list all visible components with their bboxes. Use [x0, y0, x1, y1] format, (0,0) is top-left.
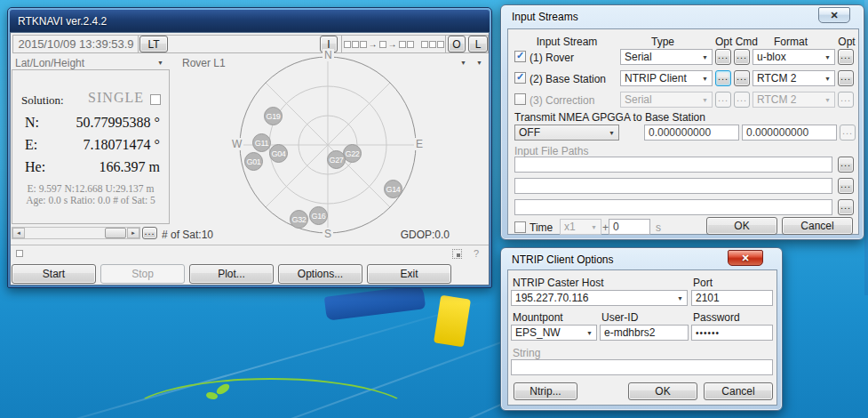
start-button[interactable]: Start [12, 264, 96, 284]
input-streams-title: Input Streams [512, 11, 578, 23]
coord-label-he: He: [25, 159, 45, 175]
ntrip-ok-button[interactable]: OK [628, 382, 697, 400]
solution-options-button[interactable]: ... [142, 227, 157, 239]
rtknavi-statusbar: ? [11, 245, 489, 261]
options-button[interactable]: Options... [278, 264, 362, 284]
transmit-nmea-label: Transmit NMEA GPGGA to Base Station [514, 111, 705, 124]
password-field[interactable]: •••••• [691, 325, 773, 341]
base-format-opt-button[interactable]: ... [838, 70, 854, 86]
rover-format-value: u-blox [757, 51, 786, 63]
solution-status-indicator [150, 94, 161, 105]
check-icon: ✓ [516, 72, 524, 82]
base-cmd-button[interactable]: ... [734, 70, 750, 86]
rover-checkbox[interactable]: ✓ [514, 51, 526, 62]
scroll-left-icon[interactable]: ◄ [12, 228, 25, 238]
dropdown-icon: ▼ [824, 54, 831, 60]
skyplot-dropdown-icon[interactable]: ▼ [460, 60, 466, 66]
time-checkbox-label: Time [530, 221, 553, 234]
file-path-field-3[interactable] [514, 199, 832, 215]
skyplot-label[interactable]: Rover L1 [182, 57, 226, 69]
ntrip-browse-button[interactable]: Ntrip... [514, 382, 577, 400]
transmit-lat-field[interactable]: 0.000000000 [644, 125, 739, 141]
rover-format-select[interactable]: u-blox▼ [753, 49, 835, 65]
rover-opt-button[interactable]: ... [715, 49, 731, 65]
satellite-G22: G22 [343, 144, 362, 163]
dropdown-icon: ▼ [702, 76, 708, 82]
rtknavi-title: RTKNAVI ver.2.4.2 [18, 15, 107, 28]
wallpaper-sprout [124, 378, 418, 418]
plot-button[interactable]: Plot... [189, 264, 274, 284]
dropdown-icon: ▼ [824, 97, 831, 103]
output-stream-button[interactable]: O [448, 36, 466, 52]
coord-value-e: 7.18071474 ° [84, 137, 160, 153]
base-type-select[interactable]: NTRIP Client▼ [620, 70, 713, 86]
correction-label: (3) Correction [530, 94, 594, 107]
header-input-stream: Input Stream [537, 36, 598, 48]
rtknavi-titlebar[interactable]: RTKNAVI ver.2.4.2 [10, 10, 490, 32]
input-streams-close-icon[interactable]: ✕ [818, 7, 850, 23]
scroll-right-icon[interactable]: ► [127, 228, 139, 238]
stream-state-box [437, 41, 444, 48]
display-mode-dropdown-icon[interactable]: ▼ [157, 60, 163, 66]
mountpoint-label: Mountpont [513, 311, 563, 324]
base-format-select[interactable]: RTCM 2▼ [753, 70, 835, 86]
skyplot-dropdown2-icon[interactable]: ▼ [476, 60, 482, 66]
dropdown-icon: ▼ [824, 76, 831, 82]
time-system-button[interactable]: LT [139, 36, 168, 52]
display-mode-selector[interactable]: Lat/Lon/Height [15, 57, 84, 69]
solution-label: Solution: [21, 93, 64, 108]
base-opt-button[interactable]: ... [715, 70, 731, 86]
ntrip-cancel-button[interactable]: Cancel [704, 382, 773, 400]
ntrip-options-dialog: NTRIP Client Options ✕ NTRIP Caster Host… [500, 247, 783, 411]
correction-format-value: RTCM 2 [757, 93, 796, 106]
base-checkbox[interactable]: ✓ [514, 72, 526, 84]
time-speed-select: x1▼ [560, 219, 601, 235]
solution-scrollbar[interactable]: ◄ ► [12, 227, 140, 239]
file-path-browse-1[interactable]: ... [838, 157, 854, 173]
ntrip-title: NTRIP Client Options [512, 253, 614, 266]
port-field[interactable]: 2101 [691, 290, 773, 306]
coord-value-n: 50.77995388 ° [76, 115, 160, 131]
check-icon: ✓ [516, 51, 524, 60]
password-label: Password [693, 311, 740, 324]
ntrip-content: NTRIP Caster Host Port 195.227.70.116▼ 2… [507, 269, 777, 406]
caster-host-value: 195.227.70.116 [515, 292, 589, 304]
background-window-edge [864, 0, 868, 295]
header-type: Type [651, 36, 674, 48]
rover-cmd-button[interactable]: ... [734, 49, 750, 65]
file-path-browse-2[interactable]: ... [838, 178, 854, 194]
scrollbar-thumb[interactable] [105, 228, 126, 238]
time-unit-label: s [656, 221, 661, 234]
user-id-field[interactable]: e-mdhbrs2 [600, 325, 689, 341]
input-streams-ok-button[interactable]: OK [706, 217, 777, 235]
file-path-field-2[interactable] [514, 178, 832, 194]
help-icon[interactable]: ? [474, 248, 479, 259]
exit-button[interactable]: Exit [367, 264, 451, 284]
input-streams-dialog: Input Streams ✕ Input Stream Type Opt Cm… [500, 4, 864, 240]
coord-value-he: 166.397 m [100, 159, 160, 175]
caster-host-select[interactable]: 195.227.70.116▼ [511, 290, 688, 306]
file-path-field-1[interactable] [514, 157, 832, 173]
correction-format-opt-button: ... [838, 92, 854, 108]
ntrip-close-icon[interactable]: ✕ [728, 250, 763, 266]
rtknavi-client-area: 2015/10/09 13:39:53.9 LT I → → O L Lat/L… [10, 32, 490, 285]
stop-button[interactable]: Stop [100, 264, 185, 284]
rover-format-opt-button[interactable]: ... [838, 49, 854, 65]
file-path-browse-3[interactable]: ... [838, 199, 854, 215]
log-stream-button[interactable]: L [468, 36, 488, 52]
correction-cmd-button: ... [734, 92, 750, 108]
status-square-icon [16, 250, 23, 257]
time-offset-field[interactable]: 0 [609, 219, 650, 235]
rover-type-select[interactable]: Serial▼ [620, 49, 713, 65]
transmit-lon-field[interactable]: 0.000000000 [742, 125, 837, 141]
dropdown-icon: ▼ [677, 295, 683, 301]
transmit-mode-select[interactable]: OFF▼ [514, 125, 619, 141]
string-field[interactable] [511, 359, 773, 375]
mountpoint-select[interactable]: EPS_NW▼ [511, 325, 597, 341]
correction-checkbox[interactable] [514, 93, 526, 105]
coord-label-e: E: [25, 137, 37, 153]
time-checkbox[interactable] [514, 221, 526, 233]
input-streams-cancel-button[interactable]: Cancel [782, 217, 853, 235]
solution-stddev: E: 9.597 N:12.668 U:29.137 m [12, 183, 169, 194]
windows-logo-fragment-blue [324, 285, 426, 320]
